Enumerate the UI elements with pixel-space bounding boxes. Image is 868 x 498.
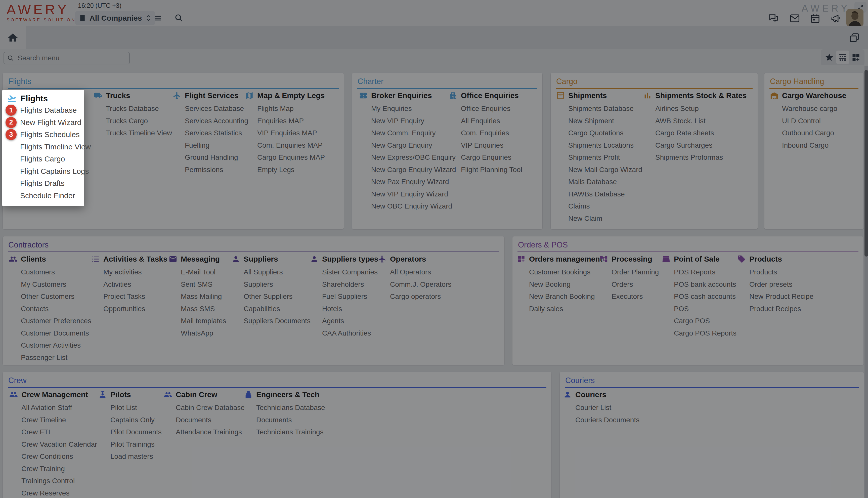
popup-menu-item[interactable]: Flights Cargo	[2, 153, 84, 165]
flights-popup-menu: Flights 1Flights Database2New Flight Wiz…	[2, 90, 84, 206]
step-badge: 1	[5, 105, 17, 116]
popup-title-row[interactable]: Flights	[2, 90, 84, 104]
popup-item-label: New Flight Wizard	[20, 118, 81, 127]
popup-item-label: Flights Database	[20, 106, 77, 115]
popup-menu-item[interactable]: Flights Timeline View	[2, 141, 84, 153]
popup-item-label: Flights Drafts	[20, 179, 65, 188]
plane-takeoff-icon	[7, 94, 17, 103]
popup-item-label: Flights Timeline View	[20, 143, 91, 151]
popup-item-label: Flights Schedules	[20, 130, 80, 139]
popup-title: Flights	[21, 94, 48, 103]
plane-takeoff-icon	[7, 94, 17, 103]
popup-menu-item[interactable]: 2New Flight Wizard	[2, 116, 84, 129]
popup-menu-item[interactable]: Flight Captains Logs	[2, 165, 84, 178]
popup-item-label: Flight Captains Logs	[20, 167, 89, 175]
popup-menu-item[interactable]: Flights Drafts	[2, 177, 84, 189]
step-badge: 2	[5, 117, 17, 128]
popup-menu-item[interactable]: Schedule Finder	[2, 189, 84, 202]
popup-item-label: Flights Cargo	[20, 155, 65, 163]
step-badge: 3	[5, 129, 17, 140]
popup-item-label: Schedule Finder	[20, 192, 75, 200]
popup-menu-item[interactable]: 3Flights Schedules	[2, 129, 84, 141]
popup-menu-item[interactable]: 1Flights Database	[2, 104, 84, 116]
modal-dim-overlay[interactable]	[0, 0, 868, 498]
